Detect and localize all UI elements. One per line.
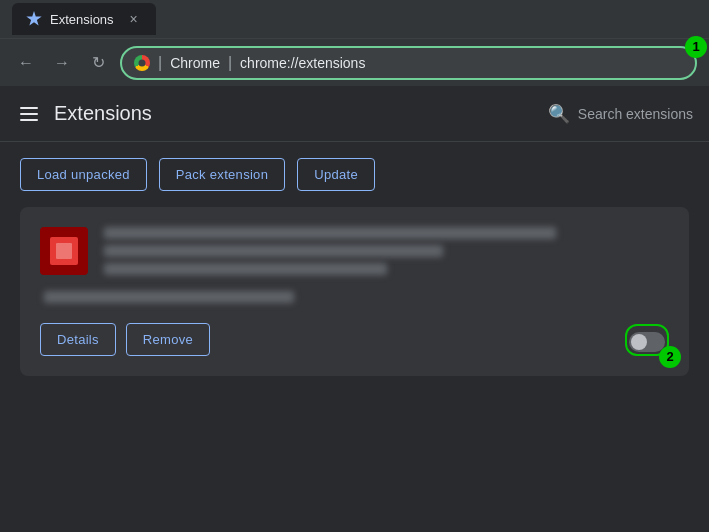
card-top bbox=[40, 227, 669, 275]
tab-favicon bbox=[26, 11, 42, 27]
search-icon: 🔍 bbox=[548, 103, 570, 125]
back-icon: ← bbox=[18, 54, 34, 72]
refresh-icon: ↻ bbox=[92, 53, 105, 72]
menu-button[interactable] bbox=[16, 103, 42, 125]
ext-desc-line-2 bbox=[104, 263, 387, 275]
search-area: 🔍 Search extensions bbox=[548, 103, 693, 125]
ext-desc-line-1 bbox=[104, 245, 443, 257]
site-label: Chrome bbox=[170, 55, 220, 71]
ext-meta-line bbox=[44, 291, 294, 303]
forward-button[interactable]: → bbox=[48, 49, 76, 77]
toggle-wrapper: 2 bbox=[625, 324, 669, 356]
remove-button[interactable]: Remove bbox=[126, 323, 210, 356]
extension-toggle[interactable] bbox=[629, 332, 665, 352]
search-placeholder: Search extensions bbox=[578, 106, 693, 122]
step-1-badge: 1 bbox=[685, 36, 707, 58]
update-button[interactable]: Update bbox=[297, 158, 375, 191]
back-button[interactable]: ← bbox=[12, 49, 40, 77]
extension-icon bbox=[40, 227, 88, 275]
extension-info bbox=[104, 227, 669, 275]
forward-icon: → bbox=[54, 54, 70, 72]
extensions-content: Details Remove 2 bbox=[0, 207, 709, 532]
close-tab-button[interactable]: × bbox=[126, 11, 142, 27]
extensions-header: Extensions 🔍 Search extensions bbox=[0, 86, 709, 142]
url-text: chrome://extensions bbox=[240, 55, 365, 71]
load-unpacked-button[interactable]: Load unpacked bbox=[20, 158, 147, 191]
browser-toolbar: ← → ↻ | Chrome | chrome://extensions 1 bbox=[0, 38, 709, 86]
browser-tab[interactable]: Extensions × bbox=[12, 3, 156, 35]
address-bar[interactable]: | Chrome | chrome://extensions bbox=[120, 46, 697, 80]
extension-card: Details Remove 2 bbox=[20, 207, 689, 376]
step-2-badge: 2 bbox=[659, 346, 681, 368]
card-bottom: Details Remove 2 bbox=[40, 323, 669, 356]
page-title: Extensions bbox=[54, 102, 536, 125]
details-button[interactable]: Details bbox=[40, 323, 116, 356]
refresh-button[interactable]: ↻ bbox=[84, 49, 112, 77]
title-bar: Extensions × bbox=[0, 0, 709, 38]
tab-title: Extensions bbox=[50, 12, 114, 27]
pack-extension-button[interactable]: Pack extension bbox=[159, 158, 285, 191]
ext-name-line bbox=[104, 227, 556, 239]
address-divider: | bbox=[158, 54, 162, 72]
card-actions: Details Remove bbox=[40, 323, 210, 356]
extensions-toolbar: Load unpacked Pack extension Update bbox=[0, 142, 709, 207]
card-middle bbox=[40, 291, 669, 303]
extensions-page: Extensions 🔍 Search extensions Load unpa… bbox=[0, 86, 709, 532]
address-bar-wrapper: | Chrome | chrome://extensions 1 bbox=[120, 46, 697, 80]
url-divider: | bbox=[228, 54, 232, 72]
chrome-icon bbox=[134, 55, 150, 71]
